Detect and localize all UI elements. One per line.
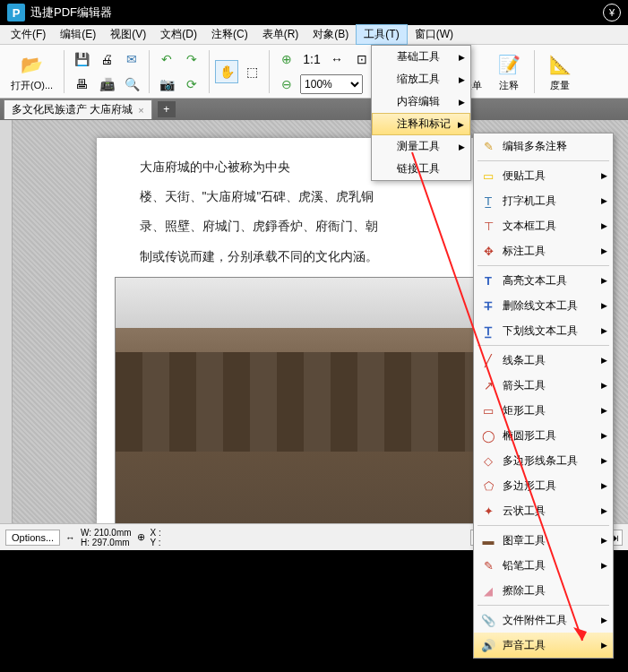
tool-icon: T bbox=[479, 272, 497, 289]
annot-item-16[interactable]: ⬠多边形工具▶ bbox=[474, 473, 613, 498]
annot-item-4[interactable]: ⊤文本框工具▶ bbox=[474, 213, 613, 238]
annotate-button[interactable]: 📝 注释 bbox=[489, 48, 529, 94]
print-icon[interactable]: 🖨 bbox=[95, 47, 118, 71]
annot-item-14[interactable]: ◯椭圆形工具▶ bbox=[474, 423, 613, 448]
printer-icon[interactable]: 🖶 bbox=[70, 73, 93, 96]
document-tab[interactable]: 多文化民族遗产 大庙府城 × bbox=[4, 99, 152, 119]
sidebar-strip[interactable] bbox=[0, 120, 13, 523]
annot-item-11[interactable]: ╱线条工具▶ bbox=[474, 348, 613, 373]
menu-0[interactable]: 文件(F) bbox=[4, 25, 53, 44]
tool-icon: ⬠ bbox=[479, 478, 497, 494]
menubar: 文件(F)编辑(E)视图(V)文档(D)注释(C)表单(R)对象(B)工具(T)… bbox=[0, 25, 628, 45]
menu-6[interactable]: 对象(B) bbox=[305, 25, 356, 44]
annot-item-13[interactable]: ▭矩形工具▶ bbox=[474, 398, 613, 423]
undo-icon[interactable]: ↶ bbox=[155, 47, 178, 71]
zoom-out-icon[interactable]: ⊖ bbox=[275, 73, 298, 96]
zoom-in-icon[interactable]: ⊕ bbox=[275, 47, 298, 71]
submenu-sep bbox=[477, 525, 609, 526]
app-logo: P bbox=[7, 4, 25, 22]
annot-item-9[interactable]: T̲下划线文本工具▶ bbox=[474, 318, 613, 343]
tool-icon: ✎ bbox=[479, 138, 497, 154]
add-tab-button[interactable]: + bbox=[158, 101, 176, 117]
hand-tool-icon[interactable]: ✋ bbox=[215, 60, 238, 83]
menu-4[interactable]: 注释(C) bbox=[204, 25, 255, 44]
currency-icon[interactable]: ¥ bbox=[603, 4, 621, 22]
annot-item-2[interactable]: ▭便贴工具▶ bbox=[474, 163, 613, 188]
annot-item-3[interactable]: T̲打字机工具▶ bbox=[474, 188, 613, 213]
redo-icon[interactable]: ↷ bbox=[180, 47, 203, 71]
annot-item-12[interactable]: ↗箭头工具▶ bbox=[474, 373, 613, 398]
refresh-icon[interactable]: ⟳ bbox=[180, 73, 203, 96]
tabbar: 多文化民族遗产 大庙府城 × + bbox=[0, 99, 628, 120]
close-tab-icon[interactable]: × bbox=[138, 105, 143, 116]
annot-item-19[interactable]: ▬图章工具▶ bbox=[474, 528, 613, 553]
note-icon: 📝 bbox=[495, 50, 523, 79]
menu-5[interactable]: 表单(R) bbox=[255, 25, 306, 44]
scan-icon[interactable]: 📠 bbox=[95, 73, 118, 96]
tool-icon: T̶ bbox=[479, 297, 497, 314]
save-icon[interactable]: 💾 bbox=[70, 47, 93, 71]
annot-item-17[interactable]: ✦云状工具▶ bbox=[474, 498, 613, 523]
tool-icon: ⊤ bbox=[479, 218, 497, 234]
tool-icon: ◢ bbox=[479, 582, 497, 599]
tool-icon: ◇ bbox=[479, 452, 497, 469]
document-image bbox=[115, 277, 527, 523]
annot-item-20[interactable]: ✎铅笔工具▶ bbox=[474, 553, 613, 578]
page-dimensions: W: 210.0mm H: 297.0mm bbox=[81, 528, 132, 547]
annot-item-24[interactable]: 🔊声音工具▶ bbox=[474, 633, 613, 658]
mail-icon[interactable]: ✉ bbox=[120, 47, 143, 71]
options-button[interactable]: Options... bbox=[5, 530, 60, 546]
tool-icon: ╱ bbox=[479, 352, 497, 368]
menu-2[interactable]: 视图(V) bbox=[103, 25, 153, 44]
tools-item-1[interactable]: 缩放工具▶ bbox=[372, 68, 470, 90]
tool-icon: ✥ bbox=[479, 243, 497, 259]
tool-icon: ✎ bbox=[479, 557, 497, 573]
menu-7[interactable]: 工具(T) bbox=[356, 24, 407, 45]
ruler-icon: 📐 bbox=[546, 50, 574, 79]
tool-icon: 📎 bbox=[479, 612, 497, 628]
submenu-sep bbox=[477, 265, 609, 266]
menu-8[interactable]: 窗口(W) bbox=[408, 25, 460, 44]
app-title: 迅捷PDF编辑器 bbox=[30, 4, 112, 21]
titlebar: P 迅捷PDF编辑器 ¥ bbox=[0, 0, 628, 25]
annot-item-0[interactable]: ✎编辑多条注释 bbox=[474, 134, 613, 159]
tool-icon: ▬ bbox=[479, 532, 497, 548]
folder-open-icon: 📂 bbox=[18, 50, 47, 79]
annot-item-23[interactable]: 📎文件附件工具▶ bbox=[474, 607, 613, 633]
tools-item-5[interactable]: 链接工具 bbox=[372, 158, 470, 180]
tool-icon: ▭ bbox=[479, 168, 497, 184]
annot-item-7[interactable]: T高亮文本工具▶ bbox=[474, 268, 613, 293]
annot-item-8[interactable]: T̶删除线文本工具▶ bbox=[474, 293, 613, 318]
menu-3[interactable]: 文档(D) bbox=[153, 25, 204, 44]
crosshair-icon: ⊕ bbox=[137, 531, 145, 543]
menu-1[interactable]: 编辑(E) bbox=[53, 25, 103, 44]
annotation-submenu: ✎编辑多条注释▭便贴工具▶T̲打字机工具▶⊤文本框工具▶✥标注工具▶T高亮文本工… bbox=[473, 133, 614, 659]
search-icon[interactable]: 🔍 bbox=[120, 73, 143, 96]
tools-item-0[interactable]: 基础工具▶ bbox=[372, 46, 470, 68]
resize-handle-icon[interactable]: ↔ bbox=[65, 532, 75, 543]
tools-item-3[interactable]: 注释和标记▶ bbox=[372, 113, 470, 135]
tool-icon: ◯ bbox=[479, 427, 497, 444]
annot-item-5[interactable]: ✥标注工具▶ bbox=[474, 238, 613, 263]
submenu-sep bbox=[477, 605, 609, 606]
annot-item-15[interactable]: ◇多边形线条工具▶ bbox=[474, 448, 613, 473]
annot-item-21[interactable]: ◢擦除工具 bbox=[474, 578, 613, 603]
cursor-position: X : Y : bbox=[151, 528, 161, 547]
fit-page-icon[interactable]: 1:1 bbox=[300, 47, 323, 71]
select-tool-icon[interactable]: ⬚ bbox=[240, 60, 263, 83]
open-button[interactable]: 📂 打开(O)... bbox=[5, 48, 58, 94]
tool-icon: T̲ bbox=[479, 193, 497, 209]
submenu-sep bbox=[477, 160, 609, 161]
tool-icon: ↗ bbox=[479, 377, 497, 393]
tools-item-4[interactable]: 测量工具▶ bbox=[372, 135, 470, 158]
tools-item-2[interactable]: 内容编辑▶ bbox=[372, 90, 470, 113]
fit-width-icon[interactable]: ↔ bbox=[325, 47, 348, 71]
tool-icon: T̲ bbox=[479, 323, 497, 339]
camera-icon[interactable]: 📷 bbox=[155, 73, 178, 96]
tool-icon: ✦ bbox=[479, 503, 497, 519]
tool-icon: 🔊 bbox=[479, 637, 497, 653]
zoom-select[interactable]: 100% bbox=[300, 74, 363, 94]
measure-button[interactable]: 📐 度量 bbox=[540, 48, 580, 94]
submenu-sep bbox=[477, 345, 609, 346]
toolbar: 📂 打开(O)... 💾 🖨 ✉ 🖶 📠 🔍 ↶ ↷ 📷 ⟳ ✋ ⬚ bbox=[0, 45, 628, 99]
